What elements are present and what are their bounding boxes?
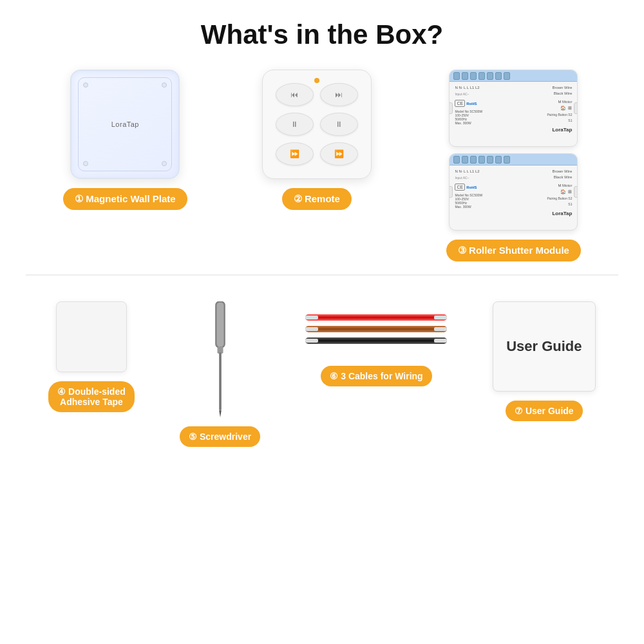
- module-screw-left-2: [449, 186, 453, 198]
- screw-br: [162, 161, 167, 166]
- module-1: N N· L L L1 L2 Input AC~ CE RoHS Model N…: [449, 70, 578, 147]
- svg-marker-4: [219, 410, 222, 417]
- module-left-2: N N· L L L1 L2 Input AC~ CE RoHS Model N…: [455, 169, 529, 226]
- item-magnetic-wall-plate: LoraTap ① Magnetic Wall Plate: [63, 70, 187, 210]
- page: What's in the Box? LoraTap ① Magnetic Wa…: [0, 0, 644, 644]
- item-user-guide: User Guide ⑦ User Guide: [493, 301, 596, 421]
- label-tape: ④ Double-sidedAdhesive Tape: [48, 381, 135, 412]
- module-right-1: Brown Wire Black Wire M Motor 🏠 ⊞ Pairin…: [533, 86, 572, 142]
- item-cables: ⑥ 3 Cables for Wiring: [305, 301, 447, 386]
- bottom-row: ④ Double-sidedAdhesive Tape: [26, 301, 618, 447]
- module-screw-left-1: [449, 102, 453, 114]
- label-cables: ⑥ 3 Cables for Wiring: [321, 366, 431, 386]
- top-row: LoraTap ① Magnetic Wall Plate ⏮ ⏭ ⏸ ⏸ ⏩ …: [26, 70, 618, 261]
- terminal-2: [462, 72, 468, 80]
- item-screwdriver: ⑤ Screwdriver: [180, 301, 260, 447]
- terminal-3: [470, 72, 477, 80]
- wall-plate-brand: LoraTap: [111, 120, 139, 128]
- module-logo-2: LoraTap: [552, 211, 572, 216]
- module-2: N N· L L L1 L2 Input AC~ CE RoHS Model N…: [449, 153, 578, 231]
- module-right-2: Brown Wire Black Wire M Motor 🏠 ⊞ Pairin…: [533, 169, 572, 226]
- module-top-bar-2: [450, 154, 577, 166]
- row-divider: [26, 274, 618, 276]
- module-stack: N N· L L L1 L2 Input AC~ CE RoHS Model N…: [449, 70, 578, 231]
- screwdriver-svg: [207, 301, 233, 417]
- remote-btn-5: ⏩: [276, 142, 314, 166]
- module-top-bar-1: [450, 70, 577, 82]
- cable-black: [305, 337, 447, 344]
- screwdriver-image: [201, 301, 240, 417]
- label-user-guide: ⑦ User Guide: [506, 401, 583, 421]
- remote-btn-6: ⏩: [320, 142, 358, 166]
- screw-tl: [83, 82, 88, 88]
- label-roller-shutter: ③ Roller Shutter Module: [446, 240, 581, 261]
- terminal-7: [504, 72, 510, 80]
- cable-red: [305, 314, 447, 321]
- label-remote: ② Remote: [282, 188, 352, 210]
- screw-tr: [162, 82, 167, 88]
- remote-btn-2: ⏭: [320, 83, 358, 106]
- remote-indicator: [314, 78, 319, 83]
- remote-btn-3: ⏸: [276, 113, 314, 136]
- terminal-6: [495, 72, 502, 80]
- remote-btn-1: ⏮: [276, 83, 314, 106]
- screw-bl: [83, 161, 88, 166]
- user-guide-text: User Guide: [506, 338, 582, 355]
- item-tape: ④ Double-sidedAdhesive Tape: [48, 301, 135, 412]
- cables-image: [305, 301, 447, 357]
- wall-plate-image: LoraTap: [70, 70, 180, 179]
- label-screwdriver: ⑤ Screwdriver: [180, 426, 260, 447]
- label-magnetic-wall-plate: ① Magnetic Wall Plate: [63, 188, 187, 210]
- user-guide-image: User Guide: [493, 301, 596, 392]
- svg-rect-1: [216, 302, 223, 346]
- remote-btn-4: ⏸: [320, 113, 358, 136]
- cable-brown: [305, 326, 447, 332]
- item-roller-shutter: N N· L L L1 L2 Input AC~ CE RoHS Model N…: [446, 70, 581, 261]
- remote-image: ⏮ ⏭ ⏸ ⏸ ⏩ ⏩: [262, 70, 372, 179]
- terminal-4: [478, 72, 485, 80]
- terminal-5: [487, 72, 493, 80]
- page-title: What's in the Box?: [201, 19, 443, 50]
- item-remote: ⏮ ⏭ ⏸ ⏸ ⏩ ⏩ ② Remote: [262, 70, 372, 210]
- terminal-1: [453, 72, 460, 80]
- module-body-1: N N· L L L1 L2 Input AC~ CE RoHS Model N…: [450, 82, 577, 146]
- module-left-1: N N· L L L1 L2 Input AC~ CE RoHS Model N…: [455, 86, 529, 142]
- tape-image: [56, 301, 127, 372]
- module-screw-right-1: [574, 102, 578, 114]
- module-body-2: N N· L L L1 L2 Input AC~ CE RoHS Model N…: [450, 166, 577, 230]
- svg-rect-3: [219, 352, 222, 410]
- module-screw-right-2: [574, 186, 578, 198]
- module-logo-1: LoraTap: [552, 127, 572, 133]
